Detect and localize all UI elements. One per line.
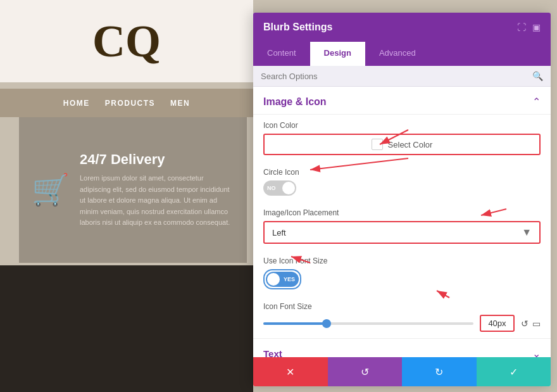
use-icon-font-label: Use Icon Font Size [263,256,541,265]
bottom-dark-area [0,265,253,392]
redo-icon: ↻ [435,366,443,378]
icon-font-size-row: Icon Font Size ↺ ▭ [253,296,551,338]
color-selector-button[interactable]: Select Color [263,134,541,155]
image-icon-section-header: Image & Icon ⌃ [253,87,551,115]
section-title: Image & Icon [263,96,327,108]
dropdown-arrow-icon: ▼ [522,227,532,238]
placement-dropdown[interactable]: Left ▼ [263,221,541,244]
panel-body: Image & Icon ⌃ Icon Color Select Color C… [253,87,551,357]
toggle-knob-yes [267,273,280,286]
confirm-button[interactable]: ✓ [477,357,551,386]
text-section[interactable]: Text ⌄ [253,338,551,357]
expand-icon[interactable]: ⛶ [517,22,526,32]
delivery-body: Lorem ipsum dolor sit amet, consectetur … [80,173,234,229]
circle-icon-label: Circle Icon [263,168,541,177]
color-preview-swatch [372,139,383,150]
confirm-icon: ✓ [510,366,518,378]
panel-tabs: Content Design Advanced [253,42,551,66]
cancel-icon: ✕ [286,366,294,378]
redo-button[interactable]: ↻ [402,357,477,386]
settings-panel: Blurb Settings ⛶ ▣ Content Design Advanc… [253,13,551,386]
toggle-yes-label: YES [284,276,295,282]
tab-advanced[interactable]: Advanced [365,42,430,66]
placement-row: Image/Icon Placement Left ▼ [253,202,551,250]
slider-track[interactable] [263,322,473,325]
search-icon: 🔍 [532,71,543,81]
slider-fill [263,322,327,325]
panel-footer: ✕ ↺ ↻ ✓ [253,357,551,386]
toggle-knob [282,182,295,194]
delivery-text-block: 24/7 Delivery Lorem ipsum dolor sit amet… [80,151,234,229]
circle-icon-toggle[interactable]: NO [263,180,296,196]
site-header: CQ [0,0,253,82]
font-size-input[interactable] [480,315,515,332]
use-icon-font-toggle-wrapper: YES [263,269,301,289]
content-blurb: 🛒 24/7 Delivery Lorem ipsum dolor sit am… [19,117,247,263]
site-logo: CQ [92,15,161,68]
panel-header-icons: ⛶ ▣ [517,22,541,32]
search-input[interactable] [261,72,532,81]
reset-icon[interactable]: ↺ [521,319,529,329]
device-icon[interactable]: ▭ [532,319,541,329]
text-section-title: Text [263,348,282,357]
use-icon-font-toggle[interactable]: YES [266,272,299,287]
placement-label: Image/Icon Placement [263,208,541,217]
tab-design[interactable]: Design [310,42,365,66]
color-selector-label: Select Color [388,140,433,149]
icon-color-label: Icon Color [263,121,541,130]
delivery-title: 24/7 Delivery [80,151,234,168]
section-collapse-icon[interactable]: ⌃ [532,96,541,108]
placement-value: Left [272,228,286,237]
panel-title: Blurb Settings [263,22,332,33]
cart-icon: 🛒 [32,172,70,208]
slider-action-icons: ↺ ▭ [521,319,541,329]
layout-icon[interactable]: ▣ [532,22,541,32]
circle-icon-toggle-row: NO [263,180,541,196]
circle-icon-row: Circle Icon NO [253,161,551,202]
toggle-no-label: NO [267,185,276,191]
nav-home: HOME [63,99,90,108]
nav-products: PRODUCTS [105,99,155,108]
cancel-button[interactable]: ✕ [253,357,328,386]
icon-color-row: Icon Color Select Color [253,115,551,161]
icon-font-size-label: Icon Font Size [263,302,541,311]
use-icon-font-row: Use Icon Font Size YES [253,250,551,296]
undo-icon: ↺ [361,366,369,378]
tab-content[interactable]: Content [253,42,310,66]
slider-thumb[interactable] [322,319,331,328]
nav-men: MEN [170,99,190,108]
use-icon-font-toggle-row: YES [263,269,541,289]
site-nav: HOME PRODUCTS MEN [0,89,253,117]
text-section-arrow: ⌄ [532,348,541,357]
slider-row: ↺ ▭ [263,315,541,332]
panel-header: Blurb Settings ⛶ ▣ [253,13,551,42]
undo-button[interactable]: ↺ [328,357,403,386]
search-bar: 🔍 [253,66,551,87]
